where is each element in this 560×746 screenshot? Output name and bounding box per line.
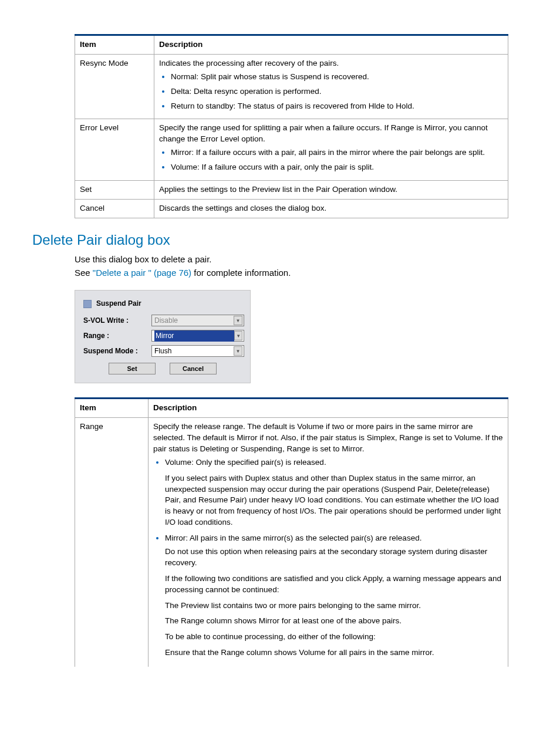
chevron-down-icon: ▼ [234, 331, 242, 340]
item-cell: Resync Mode [75, 54, 154, 119]
reference-table-1: Item Description Resync Mode Indicates t… [75, 34, 508, 218]
dialog-title: Suspend Pair [81, 296, 244, 315]
body-text: Use this dialog box to delete a pair. Se… [75, 253, 508, 279]
cancel-button[interactable]: Cancel [170, 363, 217, 374]
dialog-row-svol: S-VOL Write : Disable ▼ [81, 315, 244, 326]
desc-cell: Indicates the processing after recovery … [154, 54, 508, 119]
col-desc: Description [149, 399, 508, 418]
item-cell: Cancel [75, 199, 154, 218]
chevron-down-icon: ▼ [234, 346, 242, 356]
svol-write-combo: Disable ▼ [151, 315, 244, 326]
desc-cell: Discards the settings and closes the dia… [154, 199, 508, 218]
suspend-mode-label: Suspend Mode : [81, 346, 151, 356]
table-row: Range Specify the release range. The def… [75, 418, 508, 667]
item-cell: Range [75, 418, 149, 667]
table-row: Resync Mode Indicates the processing aft… [75, 54, 508, 119]
suspend-pair-dialog: Suspend Pair S-VOL Write : Disable ▼ Ran… [75, 290, 251, 383]
reference-table-2: Item Description Range Specify the relea… [75, 397, 508, 667]
table-row: Cancel Discards the settings and closes … [75, 199, 508, 218]
desc-cell: Applies the settings to the Preview list… [154, 181, 508, 200]
table-row: Error Level Specify the range used for s… [75, 119, 508, 181]
col-desc: Description [154, 35, 508, 55]
dialog-row-range: Range : Mirror ▼ [81, 330, 244, 342]
section-heading: Delete Pair dialog box [32, 230, 508, 250]
col-item: Item [75, 399, 149, 418]
dialog-row-suspend: Suspend Mode : Flush ▼ [81, 345, 244, 357]
chevron-down-icon: ▼ [234, 316, 242, 325]
set-button[interactable]: Set [109, 363, 156, 374]
col-item: Item [75, 35, 154, 55]
xref-link[interactable]: "Delete a pair " (page 76) [93, 268, 191, 278]
desc-cell: Specify the range used for splitting a p… [154, 119, 508, 181]
table-row: Set Applies the settings to the Preview … [75, 181, 508, 200]
dialog-title-icon [83, 300, 92, 308]
item-cell: Error Level [75, 119, 154, 181]
item-cell: Set [75, 181, 154, 200]
range-combo[interactable]: Mirror ▼ [151, 330, 244, 342]
range-label: Range : [81, 331, 151, 341]
suspend-mode-combo[interactable]: Flush ▼ [151, 345, 244, 357]
desc-cell: Specify the release range. The default i… [149, 418, 508, 667]
svol-write-label: S-VOL Write : [81, 316, 151, 326]
